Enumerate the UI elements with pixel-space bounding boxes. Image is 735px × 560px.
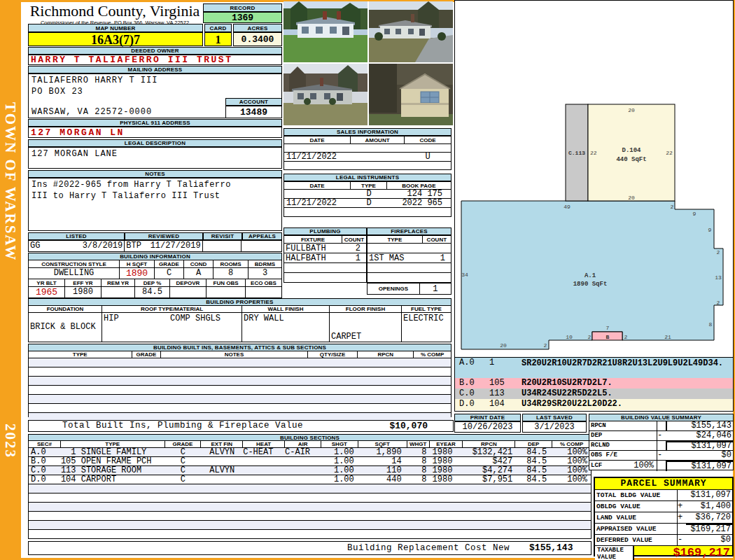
svg-text:22: 22 <box>590 150 597 156</box>
svg-text:49: 49 <box>564 204 570 210</box>
builtins-header: TYPE GRADE NOTES QTY/SIZE RPCN % COMP <box>28 351 451 358</box>
property-record-card: TOWN OF WARSAW 2023 Richmond County, Vir… <box>0 0 735 560</box>
acres-value: 0.3400 <box>233 32 282 46</box>
svg-text:2: 2 <box>544 342 547 349</box>
house-side-photo <box>284 64 368 125</box>
card-value: 1 <box>204 32 232 46</box>
bi-col-rpcn: RPCN <box>358 351 414 358</box>
svg-text:8: 8 <box>709 321 713 328</box>
fireplace-row: 1ST MAS 1 <box>368 253 451 263</box>
plumbing-box: FIXTURE COUNT FULLBATH 2 HALFBATH 1 <box>284 235 367 283</box>
bs-col-grade: GRADE <box>165 441 202 447</box>
card-label: CARD <box>204 24 232 32</box>
svg-text:20: 20 <box>628 195 635 201</box>
yrblt-value: 1965 <box>29 287 65 298</box>
revisit-label: REVISIT <box>203 232 242 240</box>
summary-row-dep: DEP - $24,046 <box>589 431 733 441</box>
sales-title: SALES INFORMATION <box>284 128 451 136</box>
svg-text:20: 20 <box>500 342 507 349</box>
svg-text:2: 2 <box>624 334 628 340</box>
acres-label: ACRES <box>233 24 282 32</box>
mailing-line-1: TALIAFERRO HARRY T III <box>29 74 281 86</box>
legend-row-b: B.0 105 R20U2R10SU2R7D2L7. <box>455 378 733 388</box>
depovr-value <box>170 287 206 298</box>
col-dep-pct: DEP % <box>135 279 170 286</box>
building-section-row <box>29 521 591 530</box>
summary-row-rclnd: RCLND $131,097 <box>589 441 733 451</box>
sales-row: 11/21/2022 U <box>284 153 451 162</box>
properties-header: FOUNDATION ROOF TYPE/MATERIAL WALL FINIS… <box>28 306 451 313</box>
appeals-label: APPEALS <box>242 232 282 240</box>
bi-col-qty: QTY/SIZE <box>308 351 358 358</box>
summary-row-rpcn: RPCN $155,143 <box>589 421 733 431</box>
svg-text:B: B <box>606 334 610 340</box>
col-yrblt: YR BLT <box>29 279 65 286</box>
svg-text:21: 21 <box>664 334 671 340</box>
sales-row <box>284 144 451 153</box>
properties-title: BUILDING PROPERTIES <box>28 298 451 306</box>
building-sections-header: SEC# TYPE GRADE EXT FIN HEAT AIR SHGT SQ… <box>28 441 592 448</box>
total-builtins-row: Total Built Ins, Plumbing & Fireplace Va… <box>28 420 454 432</box>
funobs-value <box>206 287 246 298</box>
building-info-values-2: 1965 1980 84.5 <box>28 287 282 298</box>
house-driveway-photo <box>369 1 453 62</box>
sidebar-town-label: TOWN OF WARSAW <box>2 94 19 270</box>
fireplace-row <box>368 273 451 283</box>
legal-description-value: 127 MORGAN LANE <box>28 147 282 169</box>
col-rooms: ROOMS <box>214 260 248 267</box>
taxable-value: $169,217 <box>634 546 732 560</box>
sketch-legend: A.0 1 SR20U2R10U2R7D2R21U8R2U13L2U9L9U2L… <box>454 358 734 412</box>
plumbing-row <box>284 273 366 283</box>
col-bdrms: BDRMS <box>248 260 281 267</box>
building-section-row <box>29 530 591 538</box>
svg-text:440 SqFt: 440 SqFt <box>616 156 646 163</box>
svg-text:20: 20 <box>628 107 635 113</box>
bs-col-sec: SEC# <box>29 441 61 447</box>
plumbing-row: FULLBATH 2 <box>284 244 366 253</box>
legend-row-c: C.0 113 U34R24SU22R5D22L5. <box>455 388 733 399</box>
county-title: Richmond County, Virginia <box>28 3 202 20</box>
plumbing-title: PLUMBING <box>284 227 367 235</box>
listed-value: GG3/8/2019 <box>29 241 125 251</box>
builtins-title: BUILDING BUILT INS, BASEMENTS, ATTICS & … <box>28 344 451 351</box>
bi-col-grade: GRADE <box>132 351 162 358</box>
print-date-label: PRINT DATE <box>454 414 521 421</box>
foundation-value: BRICK & BLOCK <box>29 313 102 342</box>
svg-text:22: 22 <box>666 150 673 156</box>
col-remyr: REM YR <box>102 279 135 286</box>
col-wall-finish: WALL FINISH <box>242 306 330 312</box>
sidebar: TOWN OF WARSAW 2023 <box>0 0 21 560</box>
instruments-box: DATE TYPE BOOK PAGE D 124 175 11/21/2022… <box>284 181 451 217</box>
total-builtins-value: $10,070 <box>337 421 428 432</box>
last-saved-label: LAST SAVED <box>522 414 587 421</box>
bs-col-rpcn: RPCN <box>463 441 515 447</box>
bi-col-notes: NOTES <box>161 351 307 358</box>
sidebar-year-label: 2023 <box>2 416 19 465</box>
openings-value: 1 <box>420 284 451 294</box>
bs-col-shgt: SHGT <box>321 441 358 447</box>
svg-text:2: 2 <box>588 334 592 340</box>
building-value-summary: RPCN $155,143 DEP - $24,046 RCLND $131,0… <box>589 421 734 470</box>
review-values-row: GG3/8/2019 BTP11/27/2019 <box>28 240 282 252</box>
parcel-summary: PARCEL SUMMARY TOTAL BLDG VALUE $131,097… <box>594 477 734 556</box>
summary-row-obs: OBS F/E - $0 <box>589 451 733 461</box>
svg-text:9: 9 <box>708 227 712 233</box>
sales-row <box>284 162 451 170</box>
inst-col-date: DATE <box>284 182 351 189</box>
bs-col-type: TYPE <box>61 441 165 447</box>
svg-text:1890 SqFt: 1890 SqFt <box>573 281 608 288</box>
building-info-title: BUILDING INFORMATION <box>28 253 282 260</box>
inst-col-type: TYPE <box>351 182 387 189</box>
construction-style-value: DWELLING <box>29 268 120 279</box>
col-depovr: DEPOVR <box>170 279 206 286</box>
openings-row: OPENINGS 1 <box>367 283 451 295</box>
sketch-panel: C.113 D.104 440 SqFt A.1 1890 SqFt B 20 … <box>454 0 734 358</box>
svg-text:13: 13 <box>715 274 722 281</box>
svg-text:2: 2 <box>717 300 720 306</box>
fireplace-row <box>368 263 451 273</box>
svg-text:9: 9 <box>693 211 696 217</box>
properties-values: BRICK & BLOCK HIPCOMP SHGLS DRY WALL CAR… <box>28 313 451 342</box>
ecoobs-value <box>246 287 281 298</box>
plumbing-row <box>284 263 366 273</box>
listed-label: LISTED <box>28 232 125 240</box>
